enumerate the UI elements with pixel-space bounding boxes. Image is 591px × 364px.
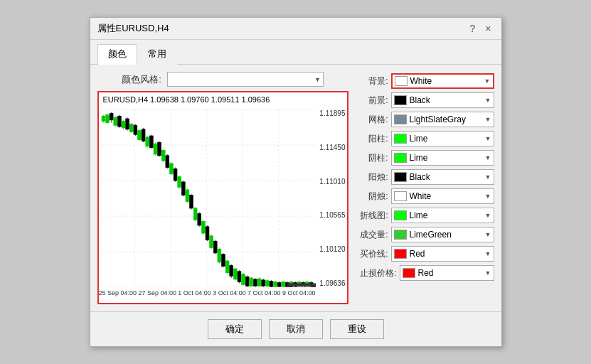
volume-color-name: LimeGreen: [407, 230, 485, 240]
bull-candle-select[interactable]: Black ▼: [391, 169, 494, 185]
dialog-title: 属性EURUSD,H4: [97, 22, 169, 35]
svg-rect-56: [189, 195, 193, 208]
confirm-button[interactable]: 确定: [208, 319, 262, 339]
color-row-grid: 网格: LightSlateGray ▼: [356, 112, 494, 127]
chart-info: EURUSD,H4 1.09638 1.09760 1.09511 1.0963…: [103, 95, 270, 104]
chevron-down-icon: ▼: [485, 231, 494, 238]
svg-rect-26: [129, 124, 133, 132]
svg-rect-16: [110, 114, 113, 120]
color-row-volume: 成交量: LimeGreen ▼: [356, 227, 494, 242]
color-row-stop: 止损价格: Red ▼: [356, 265, 494, 281]
tab-common[interactable]: 常用: [137, 44, 177, 65]
svg-rect-28: [133, 125, 137, 134]
cancel-button[interactable]: 取消: [269, 319, 323, 339]
bid-select[interactable]: Red ▼: [391, 246, 494, 262]
style-select[interactable]: [167, 72, 324, 87]
svg-rect-44: [165, 156, 169, 168]
bid-swatch: [394, 249, 407, 259]
svg-rect-88: [253, 279, 257, 286]
title-bar: 属性EURUSD,H4 ? ×: [90, 18, 501, 40]
volume-label: 成交量:: [356, 229, 388, 241]
title-controls: ? ×: [467, 23, 494, 34]
chevron-down-icon: ▼: [484, 77, 493, 85]
svg-rect-64: [206, 227, 209, 240]
bear-candle-label: 阴烛:: [356, 191, 388, 203]
svg-rect-48: [174, 168, 177, 181]
chevron-down-icon: ▼: [485, 154, 494, 161]
chevron-down-icon: ▼: [485, 97, 494, 104]
svg-rect-14: [105, 114, 109, 122]
volume-select[interactable]: LimeGreen ▼: [391, 227, 494, 242]
foreground-select[interactable]: Black ▼: [391, 92, 494, 108]
svg-rect-18: [113, 117, 117, 125]
time-label-4: 3 Oct 04:00: [213, 289, 246, 296]
svg-rect-36: [149, 136, 153, 148]
color-row-foreground: 前景: Black ▼: [356, 92, 494, 108]
chevron-down-icon: ▼: [485, 269, 494, 277]
svg-rect-92: [261, 280, 265, 286]
color-row-bull-candle: 阳烛: Black ▼: [356, 169, 494, 185]
bear-color-name: Lime: [407, 153, 485, 163]
bull-color-name: Lime: [407, 134, 485, 144]
time-label-6: 9 Oct 04:00: [282, 289, 316, 296]
tab-color[interactable]: 颜色: [97, 44, 137, 65]
color-row-bear-candle: 阴烛: White ▼: [356, 188, 494, 204]
bull-candle-label: 阳烛:: [356, 171, 388, 183]
price-label-5: 1.10120: [317, 245, 346, 253]
line-select[interactable]: Lime ▼: [391, 208, 494, 223]
time-label-5: 7 Oct 04:00: [247, 289, 281, 296]
bull-candle-color-name: Black: [407, 172, 485, 182]
svg-rect-100: [277, 283, 281, 287]
footer: 确定 取消 重设: [90, 311, 501, 346]
background-swatch: [395, 76, 408, 86]
bid-color-name: Red: [407, 249, 485, 259]
line-color-name: Lime: [407, 210, 485, 220]
chevron-down-icon: ▼: [485, 193, 494, 200]
time-axis: 25 Sep 04:00 27 Sep 04:00 1 Oct 04:00 3 …: [99, 287, 316, 303]
svg-rect-46: [169, 164, 173, 174]
svg-rect-76: [229, 265, 233, 276]
svg-rect-12: [102, 116, 105, 121]
bear-candle-color-name: White: [407, 191, 485, 201]
grid-select[interactable]: LightSlateGray ▼: [391, 112, 494, 127]
svg-rect-52: [181, 182, 185, 196]
svg-rect-24: [125, 119, 129, 129]
foreground-color-name: Black: [407, 95, 485, 105]
svg-rect-98: [273, 282, 277, 287]
bear-candle-swatch: [394, 191, 407, 201]
svg-rect-54: [186, 190, 189, 202]
svg-rect-68: [213, 241, 217, 253]
svg-rect-38: [154, 144, 157, 154]
bear-select[interactable]: Lime ▼: [391, 150, 494, 166]
style-select-wrap: ▼: [167, 72, 324, 87]
price-label-3: 1.11010: [317, 178, 346, 186]
bull-candle-swatch: [394, 172, 407, 182]
background-select[interactable]: White ▼: [391, 73, 494, 89]
style-label: 颜色风格:: [122, 73, 161, 86]
help-button[interactable]: ?: [467, 23, 479, 34]
close-button[interactable]: ×: [482, 23, 494, 34]
bull-label: 阳柱:: [356, 133, 388, 145]
bear-swatch: [394, 153, 407, 163]
background-color-name: White: [408, 76, 484, 86]
reset-button[interactable]: 重设: [330, 319, 384, 339]
price-label-2: 1.11450: [317, 144, 346, 151]
line-label: 折线图:: [356, 210, 388, 222]
stop-swatch: [403, 268, 415, 278]
chart-preview: EURUSD,H4 1.09638 1.09760 1.09511 1.0963…: [97, 91, 348, 304]
bull-select[interactable]: Lime ▼: [391, 131, 494, 146]
svg-rect-50: [177, 176, 181, 187]
candlestick-chart: 1.09636: [99, 109, 316, 287]
svg-rect-42: [161, 150, 165, 161]
style-row: 颜色风格: ▼: [97, 72, 348, 87]
svg-rect-84: [245, 277, 249, 286]
color-row-bear: 阴柱: Lime ▼: [356, 150, 494, 166]
color-row-background: 背景: White ▼: [356, 73, 494, 89]
chevron-down-icon: ▼: [485, 212, 494, 219]
stop-select[interactable]: Red ▼: [400, 265, 494, 281]
bear-candle-select[interactable]: White ▼: [391, 188, 494, 204]
main-content: 颜色风格: ▼ EURUSD,H4 1.09638 1.09760 1.0951…: [90, 65, 501, 311]
color-row-bull: 阳柱: Lime ▼: [356, 131, 494, 146]
svg-rect-70: [217, 249, 220, 262]
color-row-line: 折线图: Lime ▼: [356, 208, 494, 223]
